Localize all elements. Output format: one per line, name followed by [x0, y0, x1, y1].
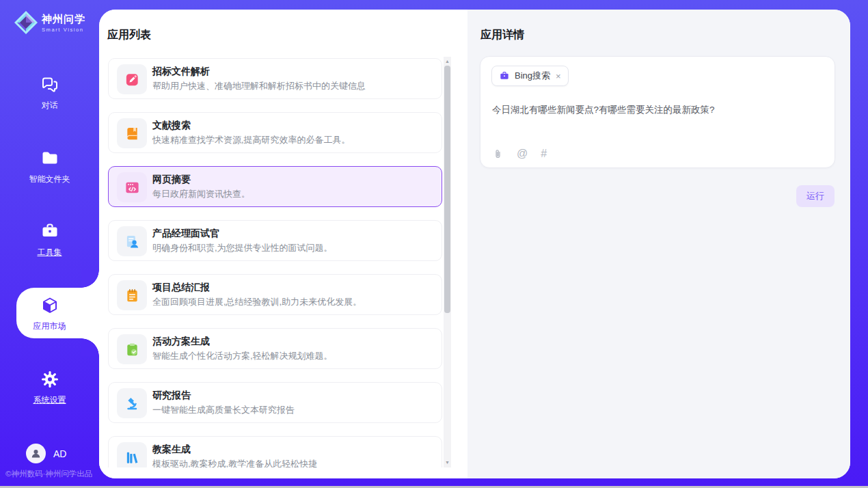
app-card-title: 研究报告: [152, 390, 191, 402]
app-card[interactable]: 活动方案生成 智能生成个性化活动方案,轻松解决规划难题。: [108, 328, 442, 369]
input-toolbar: @ #: [492, 148, 547, 160]
app-card[interactable]: 项目总结汇报 全面回顾项目进展,总结经验教训,助力未来优化发展。: [108, 274, 442, 315]
app-card-description: 每日政府新闻资讯快查。: [152, 188, 250, 200]
mention-icon[interactable]: @: [517, 148, 528, 160]
notepad-icon: [117, 280, 147, 310]
topic-hash-icon[interactable]: #: [541, 148, 547, 160]
app-card-title: 文献搜索: [152, 120, 191, 132]
web-browser-icon: [117, 172, 147, 202]
sidebar-item-settings[interactable]: 系统设置: [0, 370, 99, 406]
query-input[interactable]: 今日湖北有哪些新闻要点?有哪些需要关注的最新政策?: [492, 104, 820, 116]
person-icon: [30, 448, 42, 459]
sidebar-item-label: 工具集: [0, 247, 99, 258]
folder-icon: [40, 149, 59, 168]
app-card[interactable]: 研究报告 一键智能生成高质量长文本研究报告: [108, 382, 442, 423]
app-card-description: 全面回顾项目进展,总结经验教训,助力未来优化发展。: [152, 296, 362, 308]
interviewer-icon: [117, 226, 147, 256]
sidebar-item-label: 应用市场: [0, 321, 99, 332]
app-card[interactable]: 网页摘要 每日政府新闻资讯快查。: [108, 166, 442, 207]
cube-icon: [40, 296, 59, 315]
literature-book-icon: [117, 118, 147, 148]
sidebar-item-label: 智能文件夹: [0, 174, 99, 185]
chat-icon: [40, 75, 59, 94]
user-row[interactable]: AD: [26, 444, 66, 463]
user-name: AD: [53, 448, 66, 459]
toolbox-icon: [40, 222, 59, 241]
app-detail-panel: 应用详情 Bing搜索 × 今日湖北有哪些新闻要点?有哪些需要关注的最新政策?: [467, 10, 850, 478]
app-card-description: 明确身份和职责,为您提供专业性的面试问题。: [152, 242, 333, 254]
tool-tag-label: Bing搜索: [515, 70, 550, 82]
scroll-up-arrow-icon[interactable]: ▲: [444, 57, 451, 66]
avatar: [26, 444, 46, 463]
tool-tag-close-icon[interactable]: ×: [556, 72, 561, 81]
bid-document-icon: [117, 64, 147, 94]
app-card-description: 智能生成个性化活动方案,轻松解决规划难题。: [152, 350, 333, 362]
app-card-description: 模板驱动,教案秒成,教学准备从此轻松快捷: [152, 458, 317, 467]
sidebar-item-label: 对话: [0, 100, 99, 111]
brand-name: 神州问学: [42, 13, 85, 26]
sidebar-footer: ©神州数码·神州问学出品: [5, 469, 99, 479]
tool-tag-bing-search[interactable]: Bing搜索 ×: [491, 66, 569, 86]
app-card-title: 招标文件解析: [152, 66, 210, 78]
app-list-title: 应用列表: [107, 28, 151, 42]
app-card-title: 网页摘要: [152, 174, 191, 186]
brand-logo-icon: [12, 9, 40, 36]
run-button[interactable]: 运行: [796, 185, 835, 207]
app-list: 招标文件解析 帮助用户快速、准确地理解和解析招标书中的关键信息 文献搜索 快速精…: [99, 57, 467, 467]
sidebar-item-label: 系统设置: [0, 394, 99, 406]
active-tab-curve-bottom: [81, 338, 99, 356]
app-card[interactable]: 产品经理面试官 明确身份和职责,为您提供专业性的面试问题。: [108, 220, 442, 261]
briefcase-icon: [499, 70, 510, 81]
sidebar-item-toolkit[interactable]: 工具集: [0, 222, 99, 258]
app-card-description: 快速精准查找学术资源,提高研究效率的必备工具。: [152, 134, 351, 146]
app-card-description: 一键智能生成高质量长文本研究报告: [152, 404, 295, 416]
query-card: Bing搜索 × 今日湖北有哪些新闻要点?有哪些需要关注的最新政策? @ #: [480, 56, 835, 168]
books-icon: [117, 442, 147, 467]
app-card-title: 教案生成: [152, 444, 191, 456]
main-content: 应用列表 招标文件解析 帮助用户快速、准确地理解和解析招标书中的关键信息 文献搜…: [99, 10, 850, 478]
app-card[interactable]: 教案生成 模板驱动,教案秒成,教学准备从此轻松快捷: [108, 436, 442, 467]
sidebar: 神州问学 Smart Vision 对话 智能文件夹 工具集 应用市场 系统设置…: [0, 0, 99, 488]
clipboard-check-icon: [117, 334, 147, 364]
sidebar-item-smart-folder[interactable]: 智能文件夹: [0, 149, 99, 185]
scroll-down-arrow-icon[interactable]: ▼: [444, 459, 451, 467]
app-card[interactable]: 招标文件解析 帮助用户快速、准确地理解和解析招标书中的关键信息: [108, 58, 442, 99]
gear-icon: [40, 370, 59, 389]
app-detail-title: 应用详情: [480, 28, 524, 42]
brand: 神州问学 Smart Vision: [12, 9, 85, 36]
scrollbar-thumb[interactable]: [444, 66, 450, 313]
app-card-description: 帮助用户快速、准确地理解和解析招标书中的关键信息: [152, 80, 366, 92]
scrollbar[interactable]: ▲ ▼: [444, 57, 451, 467]
app-card-title: 项目总结汇报: [152, 282, 210, 294]
brand-subtitle: Smart Vision: [42, 27, 85, 33]
paperclip-icon[interactable]: [492, 148, 504, 160]
app-list-panel: 应用列表 招标文件解析 帮助用户快速、准确地理解和解析招标书中的关键信息 文献搜…: [99, 10, 467, 478]
sidebar-item-chat[interactable]: 对话: [0, 75, 99, 111]
active-tab-curve-top: [81, 270, 99, 288]
sidebar-item-app-market[interactable]: 应用市场: [0, 296, 99, 332]
microscope-icon: [117, 388, 147, 418]
app-card-title: 活动方案生成: [152, 336, 210, 348]
app-card[interactable]: 文献搜索 快速精准查找学术资源,提高研究效率的必备工具。: [108, 112, 442, 153]
app-card-title: 产品经理面试官: [152, 228, 219, 240]
